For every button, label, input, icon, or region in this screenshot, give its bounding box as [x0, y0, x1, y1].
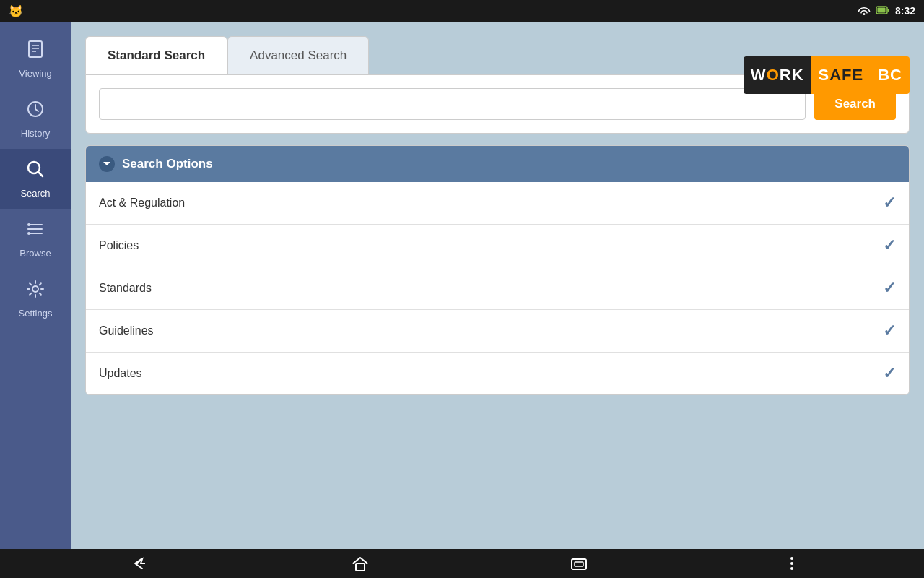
viewing-icon [25, 39, 45, 64]
recents-button[interactable] [570, 556, 588, 571]
option-updates[interactable]: Updates ✓ [86, 353, 909, 394]
option-guidelines-label: Guidelines [99, 324, 154, 337]
option-policies[interactable]: Policies ✓ [86, 225, 909, 267]
logo-safe: SAFE [811, 56, 871, 94]
battery-icon [876, 5, 889, 17]
svg-rect-19 [572, 559, 586, 569]
option-act-regulation[interactable]: Act & Regulation ✓ [86, 182, 909, 225]
wifi-icon [858, 5, 871, 17]
status-bar-right: 8:32 [858, 5, 915, 17]
tab-standard-search[interactable]: Standard Search [85, 36, 227, 74]
svg-line-9 [38, 172, 43, 176]
sidebar-item-browse[interactable]: Browse [0, 209, 71, 269]
svg-point-13 [27, 223, 30, 226]
tab-advanced-search[interactable]: Advanced Search [227, 36, 369, 74]
settings-icon [25, 279, 45, 303]
svg-point-22 [790, 562, 793, 565]
sidebar-item-viewing[interactable]: Viewing [0, 29, 71, 89]
clock: 8:32 [895, 5, 915, 17]
search-options-title: Search Options [122, 157, 213, 171]
option-standards[interactable]: Standards ✓ [86, 267, 909, 310]
svg-rect-3 [29, 41, 42, 57]
svg-rect-1 [877, 8, 885, 13]
main-container: Viewing History Search [0, 22, 924, 549]
sidebar: Viewing History Search [0, 22, 71, 549]
sidebar-item-search[interactable]: Search [0, 149, 71, 209]
svg-point-16 [32, 286, 38, 292]
option-updates-label: Updates [99, 367, 142, 380]
search-input[interactable] [99, 88, 806, 120]
option-policies-label: Policies [99, 239, 139, 252]
option-standards-check: ✓ [883, 279, 896, 298]
content-area: WORK SAFE BC Standard Search Advanced Se… [71, 22, 924, 549]
collapse-icon[interactable] [99, 156, 115, 172]
option-act-regulation-label: Act & Regulation [99, 197, 185, 210]
viewing-label: Viewing [19, 68, 51, 79]
svg-marker-17 [103, 162, 110, 165]
option-guidelines[interactable]: Guidelines ✓ [86, 310, 909, 353]
history-icon [25, 99, 45, 124]
svg-rect-2 [887, 9, 889, 12]
logo-work: WORK [744, 56, 811, 94]
search-options-header[interactable]: Search Options [86, 146, 909, 182]
option-guidelines-check: ✓ [883, 322, 896, 340]
logo-bc: BC [871, 56, 910, 94]
more-button[interactable] [789, 556, 795, 571]
settings-label: Settings [19, 308, 53, 319]
app-icon: 🐱 [9, 4, 23, 18]
bottom-bar [0, 549, 924, 578]
svg-rect-18 [356, 564, 365, 571]
back-button[interactable] [129, 556, 149, 571]
svg-rect-20 [575, 562, 583, 566]
history-label: History [21, 128, 50, 139]
status-bar-left: 🐱 [9, 4, 23, 18]
option-standards-label: Standards [99, 282, 152, 295]
svg-point-14 [27, 228, 30, 230]
search-label: Search [20, 188, 50, 199]
browse-icon [25, 219, 45, 243]
svg-point-23 [790, 567, 793, 570]
svg-point-21 [790, 557, 793, 560]
browse-label: Browse [19, 248, 51, 259]
sidebar-item-settings[interactable]: Settings [0, 269, 71, 329]
svg-point-15 [27, 232, 30, 235]
search-icon [25, 159, 45, 184]
status-bar: 🐱 8:32 [0, 0, 924, 22]
sidebar-item-history[interactable]: History [0, 89, 71, 149]
option-updates-check: ✓ [883, 364, 896, 383]
home-button[interactable] [351, 556, 370, 571]
logo: WORK SAFE BC [744, 56, 910, 94]
search-options-container: Search Options Act & Regulation ✓ Polici… [85, 145, 910, 395]
option-policies-check: ✓ [883, 236, 896, 255]
option-act-regulation-check: ✓ [883, 194, 896, 212]
